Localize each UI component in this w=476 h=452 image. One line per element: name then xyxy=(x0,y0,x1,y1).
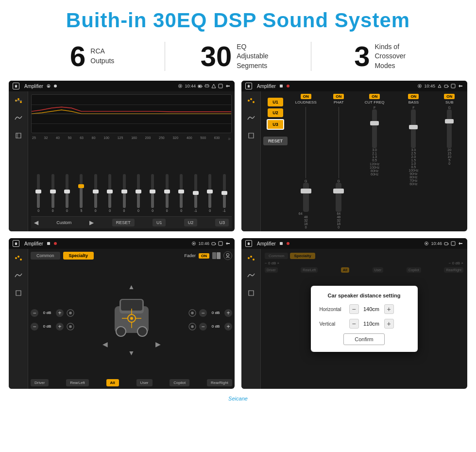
tl-plus[interactable]: + xyxy=(56,309,64,317)
eq-time: 10:44 xyxy=(185,84,196,88)
eq-slider-8[interactable]: 0 xyxy=(137,174,140,212)
crossover-sidebar xyxy=(241,91,261,231)
copilot-btn[interactable]: Copilot xyxy=(170,379,189,386)
up-arrow[interactable]: ▲ xyxy=(128,283,135,291)
svg-rect-71 xyxy=(280,242,283,245)
fader-status-right: 10:46 xyxy=(191,241,231,246)
crossover-screen: Amplifier 10:45 xyxy=(241,81,467,231)
fader-sidebar-icon-2[interactable] xyxy=(13,270,24,281)
bass-on: ON xyxy=(408,94,419,99)
home-icon-3[interactable] xyxy=(13,240,19,247)
eq-slider-11[interactable]: 0 xyxy=(180,174,183,212)
svg-point-3 xyxy=(54,85,57,87)
eq-sidebar-icon-1[interactable] xyxy=(13,95,24,106)
confirm-button[interactable]: Confirm xyxy=(343,333,385,345)
bl-plus[interactable]: + xyxy=(56,323,64,330)
eq-slider-7[interactable]: 0 xyxy=(123,174,126,212)
tr-plus[interactable]: + xyxy=(224,309,232,317)
eq-slider-10[interactable]: 0 xyxy=(166,174,169,212)
fader-sidebar-icon-3[interactable] xyxy=(13,288,24,298)
horizontal-plus[interactable]: + xyxy=(384,304,394,314)
common-tab[interactable]: Common xyxy=(31,252,60,260)
sub-on: ON xyxy=(444,94,455,99)
driver-btn[interactable]: Driver xyxy=(31,379,49,386)
reset-button[interactable]: RESET xyxy=(112,219,135,226)
eq-prev-arrow[interactable]: ◀ xyxy=(34,219,38,226)
dist-screen-title: Amplifier xyxy=(257,241,276,246)
br-minus[interactable]: − xyxy=(199,323,207,330)
br-plus[interactable]: + xyxy=(224,323,232,330)
dist-sidebar-icon-3[interactable] xyxy=(246,288,256,298)
horizontal-minus[interactable]: − xyxy=(349,304,359,314)
vertical-value: 110cm xyxy=(362,321,381,327)
rearright-btn[interactable]: RearRight xyxy=(207,379,232,386)
dist-sidebar-icon-1[interactable] xyxy=(246,253,256,263)
eq-slider-1[interactable]: 0 xyxy=(37,174,40,212)
tr-value: 0 dB xyxy=(209,311,222,315)
svg-point-4 xyxy=(180,86,181,87)
svg-point-57 xyxy=(137,327,147,336)
crossover-sidebar-icon-3[interactable] xyxy=(246,130,256,141)
distance-screen: Amplifier 10:46 xyxy=(241,238,467,389)
u1-button[interactable]: U1 xyxy=(153,219,166,226)
eq-sliders: 0 0 0 xyxy=(31,143,232,214)
home-icon-2[interactable] xyxy=(245,83,252,89)
vertical-minus[interactable]: − xyxy=(349,319,359,329)
eq-slider-2[interactable]: 0 xyxy=(51,174,54,212)
down-arrow[interactable]: ▼ xyxy=(128,349,135,357)
svg-point-52 xyxy=(70,326,71,327)
specialty-tab[interactable]: Specialty xyxy=(63,252,94,260)
stat-rca-label: RCAOutputs xyxy=(90,47,114,66)
dist-sidebar-icon-2[interactable] xyxy=(246,270,256,281)
bl-minus[interactable]: − xyxy=(31,323,38,330)
left-arrow[interactable]: ◀ xyxy=(102,340,108,348)
u2-btn[interactable]: U2 xyxy=(268,108,283,117)
eq-body: 253240506380100125160200250320400500630 … xyxy=(9,91,235,231)
eq-slider-12[interactable]: -1 xyxy=(194,174,197,212)
dist-sidebar xyxy=(241,249,261,389)
stats-row: 6 RCAOutputs 30 EQ AdjustableSegments 3 … xyxy=(0,37,476,79)
all-btn[interactable]: All xyxy=(106,379,119,386)
fader-body: Common Specialty Fader ON xyxy=(9,249,235,389)
fader-screen: Amplifier 10:46 xyxy=(9,238,235,389)
stat-crossover-label: Kinds ofCrossover Modes xyxy=(374,42,413,71)
vertical-plus[interactable]: + xyxy=(384,319,394,329)
eq-slider-3[interactable]: 0 xyxy=(66,174,68,212)
u1-btn[interactable]: U1 xyxy=(268,98,283,106)
eq-sidebar xyxy=(9,91,28,231)
eq-sidebar-icon-2[interactable] xyxy=(13,113,24,123)
crossover-sidebar-icon-1[interactable] xyxy=(246,95,256,106)
eq-screen-title: Amplifier xyxy=(24,84,43,89)
svg-rect-28 xyxy=(448,86,449,87)
svg-point-69 xyxy=(192,326,193,327)
eq-next-arrow[interactable]: ▶ xyxy=(89,219,94,226)
eq-slider-14[interactable]: -1 xyxy=(223,174,226,212)
u3-btn[interactable]: U3 xyxy=(267,119,284,130)
right-arrow[interactable]: ▶ xyxy=(155,340,161,348)
eq-sidebar-icon-3[interactable] xyxy=(13,130,24,141)
tl-minus[interactable]: − xyxy=(31,309,38,317)
svg-point-78 xyxy=(248,257,250,259)
reset-btn-cross[interactable]: RESET xyxy=(263,137,288,145)
home-icon-4[interactable] xyxy=(245,240,252,247)
u3-button[interactable]: U3 xyxy=(215,219,229,226)
horizontal-row: Horizontal − 140cm + xyxy=(320,304,409,314)
eq-slider-6[interactable]: 0 xyxy=(108,174,111,212)
user-btn[interactable]: User xyxy=(136,379,153,386)
eq-slider-4[interactable]: 5 xyxy=(80,174,83,212)
fader-sidebar-icon-1[interactable] xyxy=(13,253,24,263)
eq-slider-9[interactable]: 0 xyxy=(151,174,154,212)
eq-slider-13[interactable]: 0 xyxy=(208,174,211,212)
u2-button[interactable]: U2 xyxy=(184,219,198,226)
crossover-sidebar-icon-2[interactable] xyxy=(246,113,256,123)
svg-point-59 xyxy=(130,317,133,320)
loudness-on: ON xyxy=(301,94,311,99)
home-icon[interactable] xyxy=(13,83,19,89)
tl-value: 0 dB xyxy=(40,311,54,315)
rearleft-btn[interactable]: RearLeft xyxy=(66,379,89,386)
eq-slider-5[interactable]: 0 xyxy=(94,174,97,212)
fader-br-row: − 0 dB + xyxy=(187,322,232,331)
tr-minus[interactable]: − xyxy=(199,309,207,317)
bass-label: BASS xyxy=(408,100,419,104)
stat-eq-label: EQ AdjustableSegments xyxy=(237,42,275,71)
